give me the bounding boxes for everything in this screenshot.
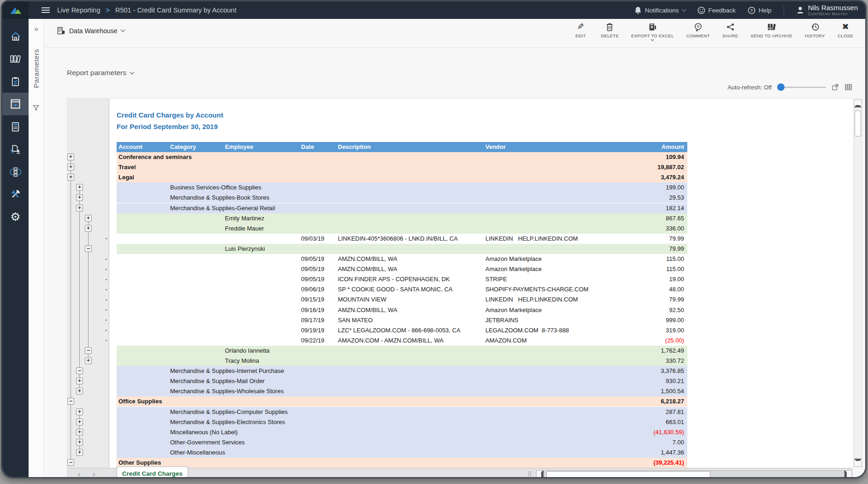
cell-employee-label: Luis Pierzynski — [225, 245, 265, 252]
sidebar-item-report-archive[interactable] — [2, 47, 29, 70]
binders-icon — [9, 53, 22, 65]
chevron-down-icon — [120, 28, 125, 32]
delete-button[interactable]: DELETE — [601, 22, 619, 41]
cell-vendor: JETBRAINS — [485, 317, 519, 324]
data-source-selector[interactable]: Data Warehouse — [57, 26, 124, 35]
auto-refresh-control: Auto-refresh: Off — [727, 83, 852, 91]
cell-amount: (39,225.41) — [654, 459, 685, 466]
sidebar-item-home[interactable] — [2, 25, 29, 47]
cell-category-label: Other-Government Services — [170, 439, 245, 446]
feedback-button[interactable]: Feedback — [697, 6, 736, 14]
calculator-icon — [10, 121, 21, 133]
report-toolbar: Data Warehouse ✎ EDIT — [44, 19, 865, 48]
grid-view-button[interactable] — [844, 83, 852, 91]
cell-description: AMZN.COM/BILL, WA — [338, 255, 397, 262]
expand-group-button[interactable]: + — [76, 388, 83, 395]
cell-amount: 663.01 — [666, 419, 684, 425]
expand-group-button[interactable]: + — [76, 419, 83, 425]
sidebar-item-tasks[interactable] — [2, 70, 29, 93]
breadcrumb-section[interactable]: Live Reporting — [57, 6, 100, 14]
user-menu[interactable]: Nils Rasmussen CorpDemo Master — [796, 4, 858, 17]
share-button[interactable]: SHARE — [722, 22, 738, 41]
expand-group-button[interactable]: + — [67, 174, 74, 181]
menu-icon[interactable] — [41, 6, 50, 14]
outline-connector-line — [88, 218, 89, 361]
expand-group-button[interactable]: + — [76, 378, 83, 384]
sidebar-item-settings[interactable]: ⚙ — [2, 206, 29, 228]
help-button[interactable]: ? Help — [748, 6, 772, 14]
excel-icon — [648, 23, 657, 31]
auto-refresh-label: Auto-refresh: Off — [727, 84, 772, 91]
cell-date: 09/05/19 — [301, 266, 325, 272]
vertical-scrollbar[interactable] — [854, 99, 862, 467]
sidebar-item-process-flow[interactable] — [2, 160, 29, 183]
expand-group-button[interactable]: + — [67, 153, 74, 160]
collapse-group-button[interactable]: − — [85, 347, 92, 354]
edit-button[interactable]: ✎ EDIT — [573, 22, 589, 41]
cell-category-label: Merchandise & Supplies-General Retail — [170, 205, 275, 212]
scroll-up-button[interactable] — [854, 99, 862, 107]
sidebar-item-live-reporting[interactable] — [2, 93, 29, 115]
next-sheet-arrow[interactable]: › — [93, 470, 95, 478]
sidebar-item-administration[interactable] — [2, 183, 29, 206]
sidebar-item-budgeting[interactable] — [2, 115, 29, 138]
popout-button[interactable] — [832, 83, 839, 91]
send-to-archive-button[interactable]: SEND TO ARCHIVE — [750, 22, 792, 41]
report-row-category: Other-Government Services7.00 — [117, 437, 687, 448]
slider-knob[interactable] — [777, 83, 785, 91]
cell-account-label: Travel — [118, 164, 136, 171]
expand-group-button[interactable]: + — [76, 194, 83, 201]
pencil-icon: ✎ — [577, 22, 584, 31]
scroll-right-button[interactable] — [844, 470, 852, 478]
expand-group-button[interactable]: + — [76, 439, 83, 446]
history-button[interactable]: HISTORY — [805, 22, 825, 41]
expand-parameters-icon[interactable]: » — [29, 24, 44, 34]
report-row-detail: 09/16/19AMZN.COM/BILL, WAAmazon Marketpl… — [117, 305, 687, 315]
sheet-tab-credit-card-charges[interactable]: Credit Card Charges — [117, 466, 188, 478]
cell-amount: 287.81 — [666, 408, 684, 415]
collapse-group-button[interactable]: − — [85, 245, 92, 252]
export-to-excel-button[interactable]: EXPORT TO EXCEL — [631, 22, 674, 41]
expand-group-button[interactable]: + — [76, 205, 83, 212]
report-row-category: Merchandise & Supplies-Wholesale Stores1… — [117, 386, 687, 396]
comment-button[interactable]: COMMENT — [686, 22, 710, 41]
close-button[interactable]: ✖ CLOSE — [838, 22, 853, 41]
expand-group-button[interactable]: + — [85, 215, 92, 222]
expand-group-button[interactable]: + — [85, 225, 92, 232]
scroll-down-button[interactable] — [854, 459, 862, 467]
vertical-scroll-thumb[interactable] — [855, 111, 861, 136]
report-parameters-toggle[interactable]: Report parameters — [67, 69, 134, 77]
splitter-grip[interactable] — [528, 472, 531, 478]
collapse-group-button[interactable]: − — [76, 367, 83, 374]
expand-group-button[interactable]: + — [76, 408, 83, 415]
scroll-left-button[interactable] — [536, 470, 544, 478]
report-row-category: Business Services-Office Supplies199.00 — [117, 183, 687, 193]
cell-description: ICON FINDER APS - COPENHAGEN, DK — [338, 276, 450, 283]
horizontal-scrollbar[interactable] — [536, 470, 852, 478]
breadcrumb-title: R501 - Credit Card Summary by Account — [115, 6, 236, 14]
expand-group-button[interactable]: + — [76, 449, 83, 456]
auto-refresh-slider[interactable] — [777, 83, 826, 91]
notifications-button[interactable]: Notifications — [634, 6, 685, 14]
outline-connector-line — [79, 188, 80, 391]
collapse-group-button[interactable]: − — [67, 398, 74, 405]
previous-sheet-arrow[interactable]: ‹ — [78, 470, 81, 478]
cell-category-label: Merchandise & Supplies-Mail Order — [170, 378, 265, 384]
cell-category-label: Merchandise & Supplies-Internet Purchase — [170, 367, 284, 374]
expand-group-button[interactable]: + — [76, 429, 83, 436]
sidebar-item-assignments[interactable] — [2, 138, 29, 160]
top-bar: Live Reporting > R501 - Credit Card Summ… — [2, 1, 865, 19]
expand-group-button[interactable]: + — [67, 164, 74, 171]
archive-icon — [767, 23, 776, 31]
horizontal-scroll-thumb[interactable] — [546, 471, 710, 478]
collapse-group-button[interactable]: − — [67, 459, 74, 466]
cell-category-label: Merchandise & Supplies-Computer Supplies — [170, 408, 288, 415]
detail-row-marker — [106, 340, 107, 341]
expand-group-button[interactable]: + — [85, 357, 92, 364]
detail-row-marker — [106, 319, 107, 321]
close-icon: ✖ — [842, 22, 849, 31]
cell-amount: 115.00 — [666, 255, 684, 262]
filter-icon[interactable] — [32, 104, 40, 112]
expand-group-button[interactable]: + — [76, 184, 83, 191]
cell-amount: 999.00 — [666, 317, 684, 324]
